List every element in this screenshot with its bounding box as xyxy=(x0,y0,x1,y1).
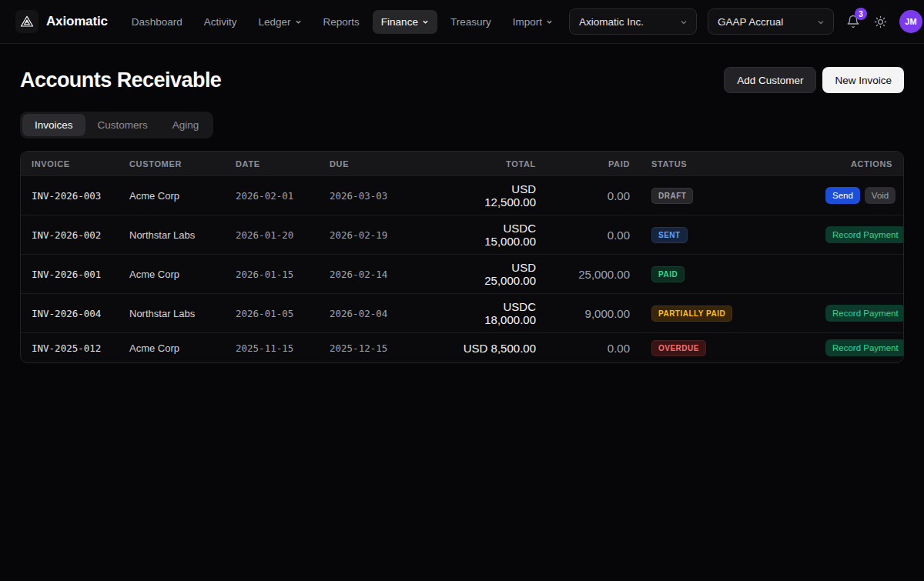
invoice-id-cell: INV-2026-001 xyxy=(21,255,129,294)
brand-name: Axiomatic xyxy=(46,14,108,29)
nav-item-import[interactable]: Import xyxy=(504,10,561,34)
status-cell: OVERDUE xyxy=(630,333,821,363)
sun-icon xyxy=(874,15,887,28)
status-badge: PARTIALLY PAID xyxy=(651,306,732,322)
actions-cell xyxy=(821,255,903,294)
customer-cell: Northstar Labs xyxy=(129,294,236,333)
paid-cell: 25,000.00 xyxy=(536,255,630,294)
column-header-date: DATE xyxy=(236,152,330,176)
nav-item-import-label: Import xyxy=(513,16,542,28)
app-logo[interactable] xyxy=(15,10,38,33)
chevron-down-icon xyxy=(817,18,824,25)
table-row[interactable]: INV-2026-003Acme Corp2026-02-012026-03-0… xyxy=(21,176,903,215)
new-invoice-button[interactable]: New Invoice xyxy=(822,67,904,93)
table-row[interactable]: INV-2025-012Acme Corp2025-11-152025-12-1… xyxy=(21,333,903,363)
tab-invoices[interactable]: Invoices xyxy=(22,114,85,136)
column-header-actions: ACTIONS xyxy=(821,152,903,176)
action-button-record-payment[interactable]: Record Payment xyxy=(825,226,904,243)
triangle-logo-icon xyxy=(20,15,34,28)
column-header-paid: PAID xyxy=(536,152,630,176)
notifications-button[interactable]: 3 xyxy=(845,13,862,30)
status-cell: PAID xyxy=(630,255,821,294)
nav-item-finance[interactable]: Finance xyxy=(373,10,437,34)
actions-cell: Record PaymentVoid xyxy=(821,333,903,363)
customer-cell: Acme Corp xyxy=(129,176,236,215)
table-row[interactable]: INV-2026-004Northstar Labs2026-01-052026… xyxy=(21,294,903,333)
column-header-total: TOTAL xyxy=(459,152,536,176)
invoices-table: INVOICE CUSTOMER DATE DUE TOTAL PAID STA… xyxy=(21,152,903,362)
table-header-row: INVOICE CUSTOMER DATE DUE TOTAL PAID STA… xyxy=(21,152,903,176)
customer-cell: Acme Corp xyxy=(129,333,236,363)
customer-cell: Northstar Labs xyxy=(129,215,236,255)
invoices-table-card: INVOICE CUSTOMER DATE DUE TOTAL PAID STA… xyxy=(20,151,904,363)
accounting-basis-value: GAAP Accrual xyxy=(718,16,783,28)
add-customer-button[interactable]: Add Customer xyxy=(724,67,816,93)
main-content: Accounts Receivable Add Customer New Inv… xyxy=(0,67,924,363)
invoice-id-cell: INV-2026-002 xyxy=(21,215,129,255)
action-button-record-payment[interactable]: Record Payment xyxy=(825,339,904,356)
avatar[interactable]: JM xyxy=(899,10,922,33)
date-cell: 2026-01-20 xyxy=(236,215,330,255)
top-navigation: Axiomatic Dashboard Activity Ledger Repo… xyxy=(0,0,924,44)
nav-item-ledger[interactable]: Ledger xyxy=(250,10,310,34)
due-date-cell: 2026-02-04 xyxy=(330,294,459,333)
status-cell: SENT xyxy=(630,215,821,255)
invoice-id-cell: INV-2026-004 xyxy=(21,294,129,333)
nav-item-finance-label: Finance xyxy=(381,16,418,28)
total-cell: USD 12,500.00 xyxy=(459,176,536,215)
actions-cell: SendVoid xyxy=(821,176,903,215)
invoice-id-cell: INV-2025-012 xyxy=(21,333,129,363)
status-cell: DRAFT xyxy=(630,176,821,215)
nav-item-ledger-label: Ledger xyxy=(259,16,291,28)
date-cell: 2026-01-15 xyxy=(236,255,330,294)
tab-customers[interactable]: Customers xyxy=(85,114,160,136)
table-row[interactable]: INV-2026-002Northstar Labs2026-01-202026… xyxy=(21,215,903,255)
nav-right-cluster: Axiomatic Inc. GAAP Accrual 3 JM James xyxy=(569,8,924,35)
date-cell: 2025-11-15 xyxy=(236,333,330,363)
customer-cell: Acme Corp xyxy=(129,255,236,294)
theme-toggle-button[interactable] xyxy=(872,14,889,30)
status-cell: PARTIALLY PAID xyxy=(630,294,821,333)
due-date-cell: 2025-12-15 xyxy=(330,333,459,363)
action-button-void[interactable]: Void xyxy=(865,187,896,204)
primary-nav: Dashboard Activity Ledger Reports Financ… xyxy=(123,10,561,34)
table-row[interactable]: INV-2026-001Acme Corp2026-01-152026-02-1… xyxy=(21,255,903,294)
status-badge: SENT xyxy=(651,227,688,243)
nav-item-activity[interactable]: Activity xyxy=(196,10,246,34)
status-badge: OVERDUE xyxy=(651,340,706,356)
chevron-down-icon xyxy=(422,18,429,25)
due-date-cell: 2026-03-03 xyxy=(330,176,459,215)
paid-cell: 0.00 xyxy=(536,215,630,255)
nav-item-treasury[interactable]: Treasury xyxy=(442,10,500,34)
entity-select-value: Axiomatic Inc. xyxy=(579,16,644,28)
total-cell: USDC 15,000.00 xyxy=(459,215,536,255)
page-title: Accounts Receivable xyxy=(20,68,221,92)
action-button-record-payment[interactable]: Record Payment xyxy=(825,305,904,322)
paid-cell: 9,000.00 xyxy=(536,294,630,333)
column-header-due: DUE xyxy=(330,152,459,176)
chevron-down-icon xyxy=(680,18,687,25)
total-cell: USDC 18,000.00 xyxy=(459,294,536,333)
paid-cell: 0.00 xyxy=(536,176,630,215)
entity-select[interactable]: Axiomatic Inc. xyxy=(569,8,697,35)
total-cell: USD 8,500.00 xyxy=(459,333,536,363)
tab-aging[interactable]: Aging xyxy=(160,114,212,136)
due-date-cell: 2026-02-19 xyxy=(330,215,459,255)
actions-cell: Record PaymentVoid xyxy=(821,215,903,255)
tab-group: Invoices Customers Aging xyxy=(20,112,213,139)
column-header-customer: CUSTOMER xyxy=(129,152,236,176)
chevron-down-icon xyxy=(295,18,302,25)
nav-item-dashboard[interactable]: Dashboard xyxy=(123,10,191,34)
column-header-status: STATUS xyxy=(630,152,821,176)
action-button-send[interactable]: Send xyxy=(825,187,860,204)
accounting-basis-select[interactable]: GAAP Accrual xyxy=(708,8,834,35)
invoice-table-body: INV-2026-003Acme Corp2026-02-012026-03-0… xyxy=(21,176,903,363)
status-badge: DRAFT xyxy=(651,188,693,204)
notification-count-badge: 3 xyxy=(855,8,867,20)
status-badge: PAID xyxy=(651,266,685,282)
due-date-cell: 2026-02-14 xyxy=(330,255,459,294)
total-cell: USD 25,000.00 xyxy=(459,255,536,294)
date-cell: 2026-02-01 xyxy=(236,176,330,215)
chevron-down-icon xyxy=(546,18,553,25)
nav-item-reports[interactable]: Reports xyxy=(315,10,368,34)
